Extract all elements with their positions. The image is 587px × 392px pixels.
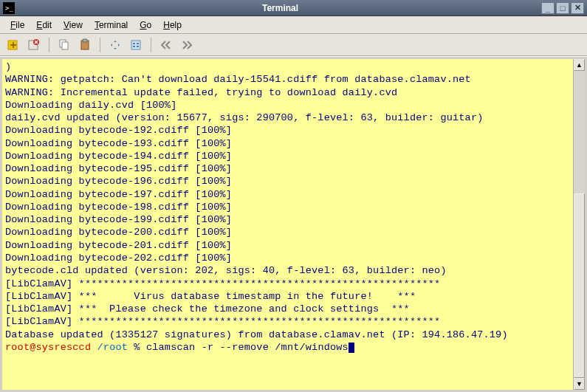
titlebar: >_ Terminal _ □ ✕: [0, 0, 587, 16]
toolbar-separator: [49, 38, 49, 52]
prev-tab-button[interactable]: [157, 36, 175, 54]
svg-rect-12: [133, 46, 135, 47]
scroll-track[interactable]: [574, 71, 585, 378]
close-button[interactable]: ✕: [571, 2, 584, 14]
menu-view[interactable]: View: [58, 18, 89, 32]
window-title: Terminal: [19, 3, 541, 13]
minimize-button[interactable]: _: [541, 2, 555, 14]
new-tab-button[interactable]: [4, 36, 22, 54]
menu-go[interactable]: Go: [134, 18, 157, 32]
svg-rect-8: [83, 39, 87, 42]
fullscreen-button[interactable]: [106, 36, 124, 54]
preferences-button[interactable]: [127, 36, 145, 54]
copy-button[interactable]: [55, 36, 73, 54]
svg-rect-11: [137, 43, 139, 44]
svg-rect-10: [133, 43, 135, 44]
terminal-icon: >_: [3, 2, 15, 14]
svg-rect-6: [62, 42, 68, 49]
toolbar-separator: [100, 38, 100, 52]
maximize-button[interactable]: □: [556, 2, 569, 14]
scroll-thumb[interactable]: [574, 193, 585, 378]
toolbar: [0, 34, 587, 56]
terminal-viewport: ) WARNING: getpatch: Can't download dail…: [0, 56, 587, 392]
svg-rect-9: [131, 41, 140, 49]
svg-rect-13: [137, 46, 139, 47]
window-controls: _ □ ✕: [541, 2, 584, 14]
scroll-down-button[interactable]: ▼: [574, 378, 585, 390]
toolbar-separator: [151, 38, 151, 52]
paste-button[interactable]: [76, 36, 94, 54]
menubar: File Edit View Terminal Go Help: [0, 16, 587, 34]
scrollbar[interactable]: ▲ ▼: [573, 59, 585, 390]
menu-file[interactable]: File: [4, 18, 30, 32]
menu-help[interactable]: Help: [157, 18, 188, 32]
svg-text:>_: >_: [5, 4, 13, 12]
terminal-output[interactable]: ) WARNING: getpatch: Can't download dail…: [2, 59, 573, 390]
next-tab-button[interactable]: [178, 36, 196, 54]
cursor: [349, 343, 354, 353]
scroll-up-button[interactable]: ▲: [574, 59, 585, 71]
close-tab-button[interactable]: [25, 36, 43, 54]
menu-edit[interactable]: Edit: [30, 18, 58, 32]
menu-terminal[interactable]: Terminal: [89, 18, 134, 32]
